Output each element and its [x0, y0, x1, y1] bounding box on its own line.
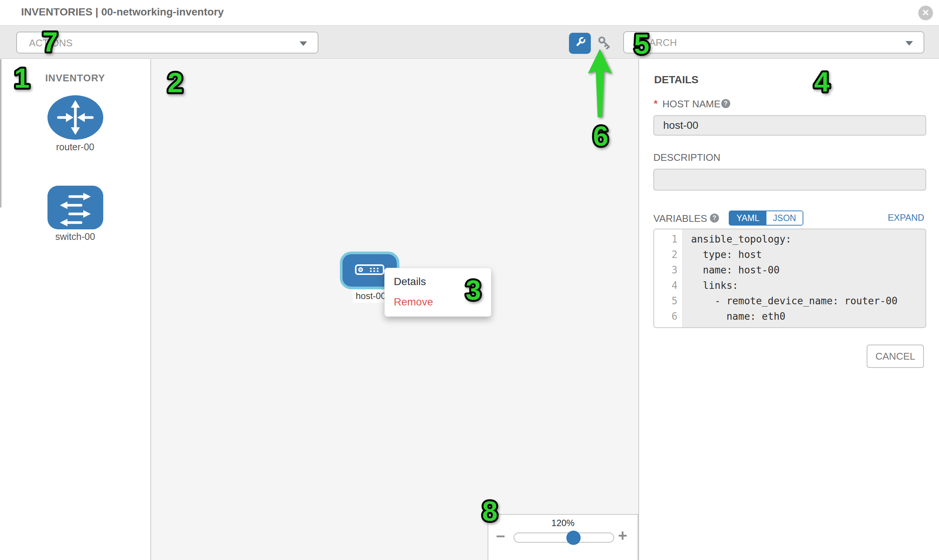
description-label: DESCRIPTION	[654, 152, 720, 163]
variables-code-editor[interactable]: 1ansible_topology: 2 type: host 3 name: …	[654, 229, 926, 328]
page-title: INVENTORIES | 00-networking-inventory	[21, 6, 224, 18]
inventory-topology-screen: INVENTORIES | 00-networking-inventory ✕ …	[0, 0, 939, 560]
description-input[interactable]	[654, 169, 926, 191]
host-name-label: HOST NAME	[662, 98, 720, 110]
required-asterisk: *	[654, 98, 657, 109]
context-menu: Details Remove	[384, 268, 491, 317]
code-line: 2 type: host	[654, 247, 925, 263]
router-icon	[47, 135, 103, 141]
variables-label: VARIABLES	[654, 213, 707, 225]
help-icon[interactable]: ?	[721, 99, 730, 108]
zoom-out-button[interactable]: −	[496, 527, 505, 545]
host-node-label: host-00	[353, 290, 389, 303]
variables-format-toggle: YAML JSON	[729, 211, 803, 226]
chevron-down-icon	[905, 41, 913, 46]
cancel-button[interactable]: CANCEL	[867, 345, 924, 368]
wrench-icon	[573, 36, 587, 51]
code-line: 7 remote_interface_name: eth0	[654, 324, 925, 328]
context-menu-item-remove[interactable]: Remove	[394, 294, 433, 309]
switch-icon	[47, 225, 103, 231]
credentials-key-button[interactable]	[597, 35, 614, 52]
details-panel-title: DETAILS	[654, 74, 698, 86]
inventory-sidebar: INVENTORY router-00	[0, 59, 151, 560]
tools-button[interactable]	[569, 33, 591, 54]
key-icon	[597, 46, 614, 53]
sidebar-item-label: switch-00	[0, 231, 150, 242]
yaml-tab[interactable]: YAML	[729, 211, 766, 225]
expand-link[interactable]: EXPAND	[888, 212, 924, 223]
code-line: 6 name: eth0	[654, 309, 925, 324]
zoom-slider-handle[interactable]	[566, 531, 581, 545]
zoom-in-button[interactable]: +	[618, 526, 628, 545]
json-tab[interactable]: JSON	[766, 211, 803, 225]
search-dropdown[interactable]: SEARCH	[623, 31, 924, 54]
actions-dropdown-label: ACTIONS	[29, 32, 73, 54]
zoom-level-value: 120%	[488, 518, 638, 528]
host-icon	[355, 264, 385, 277]
help-icon[interactable]: ?	[710, 214, 719, 223]
sidebar-item-switch[interactable]: switch-00	[0, 185, 150, 242]
close-icon[interactable]: ✕	[918, 6, 933, 20]
sidebar-item-router[interactable]: router-00	[0, 95, 150, 152]
header: INVENTORIES | 00-networking-inventory ✕	[0, 0, 939, 25]
code-line: 3 name: host-00	[654, 263, 925, 278]
code-line: 5 - remote_device_name: router-00	[654, 293, 925, 309]
context-menu-item-details[interactable]: Details	[394, 274, 426, 289]
chevron-down-icon	[299, 42, 307, 46]
sidebar-scrollbar[interactable]	[0, 59, 2, 208]
code-line: 1ansible_topology:	[654, 232, 925, 247]
sidebar-title: INVENTORY	[0, 72, 150, 84]
search-dropdown-label: SEARCH	[636, 32, 677, 53]
zoom-slider-track[interactable]	[513, 532, 614, 543]
sidebar-item-label: router-00	[0, 142, 150, 152]
actions-dropdown[interactable]: ACTIONS	[16, 32, 318, 54]
host-name-input[interactable]	[654, 115, 926, 135]
code-line: 4 links:	[654, 278, 925, 293]
